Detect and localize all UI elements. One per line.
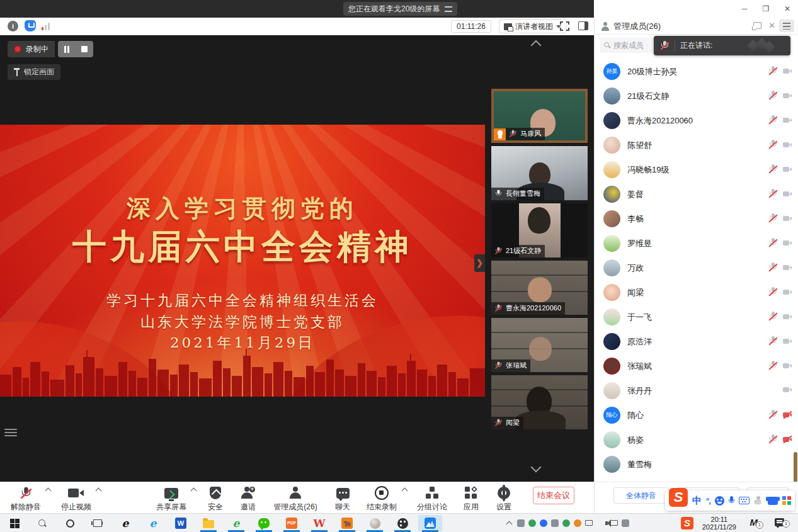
taskbar-app-dark[interactable] — [390, 515, 414, 531]
chat-button[interactable]: 聊天 — [329, 485, 356, 512]
video-thumbnail[interactable]: 张瑞斌 — [491, 318, 588, 372]
banner-menu-icon[interactable] — [445, 6, 452, 12]
pause-recording-button[interactable] — [64, 46, 69, 53]
taskbar-wps[interactable]: W — [307, 515, 331, 531]
search-input[interactable] — [613, 41, 653, 50]
video-thumbnail[interactable]: 21级石文静 — [491, 203, 588, 258]
member-row[interactable]: 闻梁 — [595, 280, 798, 305]
bluetooth-tray-icon[interactable] — [540, 519, 547, 527]
member-row[interactable]: 21级石文静 — [595, 84, 798, 108]
share-screen-button[interactable]: 共享屏幕 — [151, 485, 191, 512]
share-options-chevron[interactable] — [191, 487, 196, 492]
chinese-mode-icon[interactable]: 中 — [692, 495, 702, 507]
cortana-button[interactable] — [58, 515, 82, 531]
taskbar-pdf-reader[interactable]: PDF — [280, 515, 304, 531]
punctuation-icon[interactable]: °, — [706, 496, 710, 506]
mute-all-button[interactable]: 全体静音 — [613, 487, 669, 504]
voice-input-icon[interactable] — [729, 496, 734, 506]
skin-person-icon[interactable] — [754, 496, 763, 505]
video-thumbnail[interactable]: 闻梁 — [491, 375, 588, 429]
ime-tray-icon[interactable] — [622, 519, 629, 527]
taskbar-app-sphere[interactable] — [363, 515, 387, 531]
recording-options-chevron[interactable] — [402, 487, 407, 492]
unmute-button[interactable]: 解除静音 — [5, 485, 47, 512]
video-strip-collapse-button[interactable]: ❯ — [474, 254, 485, 272]
hidden-icons-chevron[interactable] — [506, 519, 513, 527]
member-row[interactable]: 曹永海202120060 — [595, 108, 798, 133]
member-row[interactable]: 杨姿 — [595, 427, 798, 452]
member-list[interactable]: 孙昊 20级博士孙昊 21级石文静 曹永海202120060 陈望舒 冯晓畅19… — [595, 59, 798, 478]
member-row[interactable]: 姜督 — [595, 182, 798, 207]
sogou-logo-icon[interactable]: S — [669, 488, 688, 507]
stop-recording-button[interactable] — [81, 46, 88, 52]
view-mode-dropdown[interactable]: 演讲者视图 — [499, 20, 566, 33]
taskbar-browser-green[interactable]: e — [224, 515, 248, 531]
taskbar-tencent-meeting[interactable] — [418, 515, 442, 531]
stop-video-button[interactable]: 停止视频 — [55, 485, 97, 512]
member-search-box[interactable] — [600, 38, 655, 53]
invite-button[interactable]: + 邀请 — [234, 485, 262, 512]
antivirus-tray-icon[interactable] — [562, 519, 570, 527]
taskbar-clock[interactable]: 20:11 2021/11/29 — [702, 516, 736, 531]
taskbar-wechat[interactable] — [252, 515, 276, 531]
video-thumbnail[interactable]: 曹永海202120060 — [491, 261, 588, 315]
sogou-ime-toolbar[interactable]: S 中 °, — [665, 490, 795, 511]
usb-tray-icon[interactable] — [551, 519, 559, 527]
taskbar-file-explorer[interactable] — [197, 515, 220, 531]
apps-button[interactable]: 应用 — [457, 485, 485, 512]
minimize-button[interactable]: ─ — [734, 0, 755, 18]
close-panel-icon[interactable]: ✕ — [768, 21, 775, 30]
orange-tray-icon[interactable] — [574, 519, 581, 527]
lock-screen-button[interactable]: 锁定画面 — [8, 64, 60, 80]
member-row[interactable]: 隋心 隋心 — [595, 403, 798, 427]
display-tray-icon[interactable] — [610, 520, 618, 526]
member-row[interactable]: 张丹丹 — [595, 378, 798, 403]
notifications-icon[interactable]: 1 — [775, 518, 784, 526]
task-view-button[interactable] — [86, 515, 110, 531]
skin-clothes-icon[interactable] — [768, 497, 778, 505]
member-row[interactable]: 陈望舒 — [595, 133, 798, 157]
side-panel-toggle-icon[interactable] — [578, 21, 588, 30]
manage-members-button[interactable]: 管理成员(26) — [267, 485, 324, 512]
viewing-screen-banner[interactable]: 您正在观看李戈20级的屏幕 — [343, 2, 457, 16]
sogou-tray-icon[interactable]: S — [681, 517, 693, 529]
maximize-button[interactable]: ❐ — [755, 0, 777, 18]
network-tray-icon[interactable] — [585, 520, 593, 526]
annotation-tools-icon[interactable] — [4, 427, 17, 437]
taskbar-word[interactable]: W — [169, 515, 193, 531]
member-row[interactable]: 罗维昱 — [595, 231, 798, 256]
network-signal-icon[interactable] — [42, 23, 52, 30]
member-row[interactable]: 原浩洋 — [595, 329, 798, 354]
audio-options-chevron[interactable] — [45, 487, 50, 492]
breakout-rooms-button[interactable]: 分组讨论 — [412, 485, 452, 512]
taskbar-internet-explorer[interactable]: e — [141, 515, 165, 531]
video-thumbnail[interactable]: 長翎董雪梅 — [491, 146, 588, 200]
taskbar-ie-dark[interactable]: e — [113, 515, 137, 531]
pen-tray-icon[interactable] — [517, 519, 525, 527]
toolbox-grid-icon[interactable] — [782, 496, 791, 505]
member-row[interactable]: 李畅 — [595, 207, 798, 231]
member-row[interactable]: 万政 — [595, 256, 798, 280]
emoji-picker-icon[interactable] — [715, 496, 724, 506]
taskbar-search-button[interactable] — [30, 515, 54, 531]
member-row[interactable]: 孙昊 20级博士孙昊 — [595, 59, 798, 84]
video-options-chevron[interactable] — [96, 487, 101, 492]
green-tray-icon[interactable] — [528, 519, 536, 527]
security-button[interactable]: 安全 — [202, 485, 229, 512]
popout-panel-icon[interactable] — [753, 22, 761, 29]
security-shield-icon[interactable] — [25, 20, 36, 31]
panel-menu-icon[interactable] — [779, 20, 794, 32]
scroll-up-chevron-icon[interactable] — [530, 40, 544, 48]
fullscreen-icon[interactable] — [560, 21, 569, 31]
member-row[interactable]: 张瑞斌 — [595, 354, 798, 378]
member-row[interactable]: 董雪梅 — [595, 452, 798, 477]
video-thumbnail[interactable]: 马康风 — [491, 89, 588, 143]
virtual-keyboard-icon[interactable] — [739, 497, 750, 504]
end-meeting-button[interactable]: 结束会议 — [533, 487, 574, 504]
member-row[interactable]: 冯晓畅19级 — [595, 157, 798, 182]
meeting-info-icon[interactable]: i — [8, 21, 18, 31]
meeting-tray-icon[interactable]: M1 — [750, 517, 758, 528]
settings-button[interactable]: 设置 — [490, 485, 518, 512]
scroll-down-chevron-icon[interactable] — [530, 465, 544, 472]
taskbar-app-orange[interactable]: 🐂 — [335, 515, 359, 531]
